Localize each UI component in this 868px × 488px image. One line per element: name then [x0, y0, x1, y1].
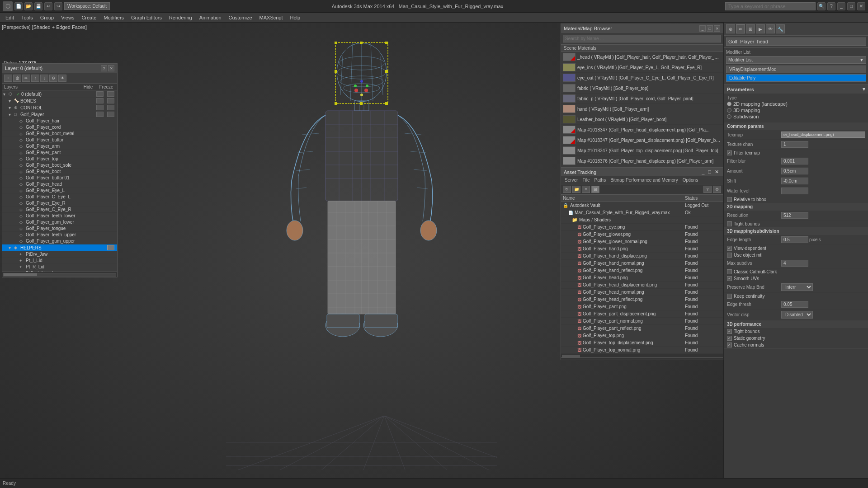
rp-static-geo-item[interactable]: ✓ Static geometry — [724, 335, 868, 342]
at-file-row[interactable]: 🖼Golf_Player_top_displacement.pngFound — [561, 339, 723, 347]
layer-item[interactable]: ◇Golf_Player_pant — [2, 150, 117, 156]
rp-common-params-header[interactable]: Common params — [724, 122, 868, 130]
undo-btn[interactable]: ↩ — [44, 2, 52, 10]
layers-scrollbar[interactable] — [2, 272, 117, 277]
mat-close-btn[interactable]: ✕ — [714, 25, 720, 32]
rp-view-dependent-check[interactable]: ✓ — [727, 246, 732, 251]
layer-item[interactable]: ◇Golf_Player_button — [2, 137, 117, 143]
layer-item[interactable]: ◇Golf_Player_boot_sole — [2, 162, 117, 169]
mat-item[interactable]: fabric ( VRayMtl ) [Golf_Player_top] — [561, 83, 723, 94]
rp-tight-bounds2-check[interactable]: ✓ — [727, 329, 732, 334]
at-help-btn[interactable]: ? — [703, 186, 712, 193]
workspace-selector[interactable]: Workspace: Default — [64, 2, 110, 10]
layer-item-helpers[interactable]: ▾◆ HELPERS — [2, 244, 117, 251]
rp-name-input[interactable] — [726, 38, 866, 46]
at-file-row[interactable]: 🖼Golf_Player_head_displacement.pngFound — [561, 282, 723, 289]
at-menu-options[interactable]: Options — [681, 177, 700, 183]
rp-keep-continuity-check[interactable] — [727, 294, 732, 299]
layer-item[interactable]: +PtOr_I_Nostri — [2, 270, 117, 272]
rp-parameters-header[interactable]: Parameters ▾ — [724, 85, 868, 94]
layer-item[interactable]: ◇Golf_Player_hair — [2, 118, 117, 124]
layer-item[interactable]: ◇Golf_Player_boot_metal — [2, 131, 117, 137]
at-file-list[interactable]: 🔒 Autodesk Vault Logged Out 📄 Man_Casual… — [561, 202, 723, 354]
at-maps-row[interactable]: 📁 Maps / Shaders — [561, 216, 723, 224]
at-file-row[interactable]: 🖼Golf_Player_hand_displace.pngFound — [561, 253, 723, 260]
menu-rendering[interactable]: Rendering — [165, 14, 196, 21]
mat-item[interactable]: fabric_p ( VRayMtl ) [Golf_Player_cord, … — [561, 94, 723, 104]
at-menu-file[interactable]: File — [580, 177, 591, 183]
menu-edit[interactable]: Edit — [2, 14, 18, 21]
at-file-row[interactable]: 🖼Golf_Player_pant_reflect.pngFound — [561, 325, 723, 332]
rp-radio-subdiv[interactable]: Subdivision — [727, 114, 865, 119]
mat-item[interactable]: Map #1018347 (Golf_Player_top_displaceme… — [561, 145, 723, 156]
at-menu-bitmap[interactable]: Bitmap Performance and Memory — [609, 177, 680, 183]
mat-item[interactable]: Map #1018347 (Golf_Player_pant_displacem… — [561, 135, 723, 145]
rp-tab-hierarchy[interactable]: ⊞ — [746, 24, 755, 33]
layer-edit-btn[interactable]: ✏ — [22, 75, 30, 82]
at-file-row[interactable]: 🖼Golf_Player_pant_displacement.pngFound — [561, 310, 723, 318]
at-list-btn[interactable]: ≡ — [582, 186, 590, 193]
viewport-label[interactable]: [Perspective] [Shaded + Edged Faces] — [2, 24, 87, 30]
layer-move-down-btn[interactable]: ↓ — [40, 75, 48, 82]
mat-item[interactable]: eye_ins ( VRayMtl ) [Golf_Player_Eye_L, … — [561, 62, 723, 73]
rp-max-subdivs-input[interactable] — [781, 260, 808, 267]
layer-delete-btn[interactable]: 🗑 — [13, 75, 21, 82]
rp-cache-normals-check[interactable]: ✓ — [727, 343, 732, 347]
rp-tab-modify[interactable]: ✏ — [736, 24, 745, 33]
rp-tight-bounds2-item[interactable]: ✓ Tight bounds — [724, 328, 868, 335]
layer-item[interactable]: ◇Golf_Player_head — [2, 181, 117, 188]
layer-item[interactable]: ◇Golf_Player_gum_upper — [2, 238, 117, 244]
at-settings-btn[interactable]: ⚙ — [713, 186, 721, 193]
rp-vector-disp-select[interactable]: Disabled — [781, 311, 813, 319]
layer-item[interactable]: ◇Golf_Player_boot — [2, 169, 117, 175]
mat-search-input[interactable] — [563, 35, 721, 42]
layer-item[interactable]: ◇Golf_Player_button01 — [2, 175, 117, 181]
layer-item[interactable]: ▾□ Golf_Player — [2, 111, 117, 118]
rp-3dmapping-header[interactable]: 3D mapping/subdivision — [724, 227, 868, 235]
layer-item[interactable]: ◇Golf_Player_teeth_lower — [2, 213, 117, 219]
at-file-row[interactable]: 🖼Golf_Player_glower_normal.pngFound — [561, 238, 723, 245]
at-file-row[interactable]: 🖼Golf_Player_head_normal.pngFound — [561, 289, 723, 296]
rp-modifier-dropdown[interactable]: Modifier List▼ — [726, 56, 866, 64]
rp-modifier-vray[interactable]: VRayDisplacementMod — [726, 66, 866, 73]
layer-item[interactable]: ◇Golf_Player_arm — [2, 143, 117, 150]
at-max-file-row[interactable]: 📄 Man_Casual_Style_with_Fur_Rigged_vray.… — [561, 209, 723, 216]
mat-item[interactable]: Map #1018347 (Golf_Player_head_displacem… — [561, 125, 723, 135]
rp-use-object-mtl-item[interactable]: Use object mtl — [724, 252, 868, 258]
rp-static-geo-check[interactable]: ✓ — [727, 336, 732, 341]
rp-shift-input[interactable] — [781, 178, 808, 184]
layer-item[interactable]: ◇Golf_Player_teeth_upper — [2, 232, 117, 238]
rp-modifier-epoly[interactable]: Editable Poly — [726, 74, 866, 82]
menu-animation[interactable]: Animation — [196, 14, 225, 21]
layer-item[interactable]: ◇Golf_Player_top — [2, 156, 117, 162]
at-close-btn[interactable]: ✕ — [713, 169, 720, 175]
menu-modifiers[interactable]: Modifiers — [100, 14, 127, 21]
at-file-row[interactable]: 🖼Golf_Player_pant_normal.pngFound — [561, 318, 723, 325]
layer-move-up-btn[interactable]: ↑ — [31, 75, 39, 82]
mat-item[interactable]: Leather_boot ( VRayMtl ) [Golf_Player_bo… — [561, 114, 723, 125]
layer-item[interactable]: ◇Golf_Player_tongue — [2, 225, 117, 232]
rp-filter-texmap-check[interactable]: ✓ — [727, 150, 732, 155]
rp-edge-thresh-input[interactable] — [781, 301, 808, 308]
layers-close-btn[interactable]: ✕ — [108, 65, 114, 71]
at-file-row[interactable]: 🖼Golf_Player_hand.pngFound — [561, 245, 723, 253]
search-input[interactable] — [725, 2, 816, 10]
rp-use-object-mtl-check[interactable] — [727, 253, 732, 258]
rp-tab-display[interactable]: 👁 — [766, 24, 775, 33]
layers-help-btn[interactable]: ? — [101, 65, 107, 71]
at-folder-btn[interactable]: 📁 — [572, 186, 580, 193]
close-btn[interactable]: ✕ — [857, 2, 865, 10]
mat-minimize-btn[interactable]: _ — [699, 25, 706, 32]
rp-water-input[interactable] — [781, 188, 808, 194]
minimize-btn[interactable]: _ — [837, 2, 845, 10]
rp-tight-bounds-check[interactable] — [727, 221, 732, 226]
mat-item[interactable]: _head ( VRayMtl ) [Golf_Player_hair, Gol… — [561, 52, 723, 62]
rp-tab-create[interactable]: ⊕ — [726, 24, 735, 33]
menu-maxscript[interactable]: MAXScript — [256, 14, 287, 21]
redo-btn[interactable]: ↪ — [54, 2, 62, 10]
at-file-row[interactable]: 🖼Golf_Player_hand_normal.pngFound — [561, 260, 723, 267]
rp-filter-texmap-item[interactable]: ✓ Filter texmap — [724, 150, 868, 156]
at-file-row[interactable]: 🖼Golf_Player_top_normal.pngFound — [561, 347, 723, 354]
rp-tab-utilities[interactable]: 🔧 — [776, 24, 785, 33]
layer-settings-btn[interactable]: ⚙ — [49, 75, 57, 82]
